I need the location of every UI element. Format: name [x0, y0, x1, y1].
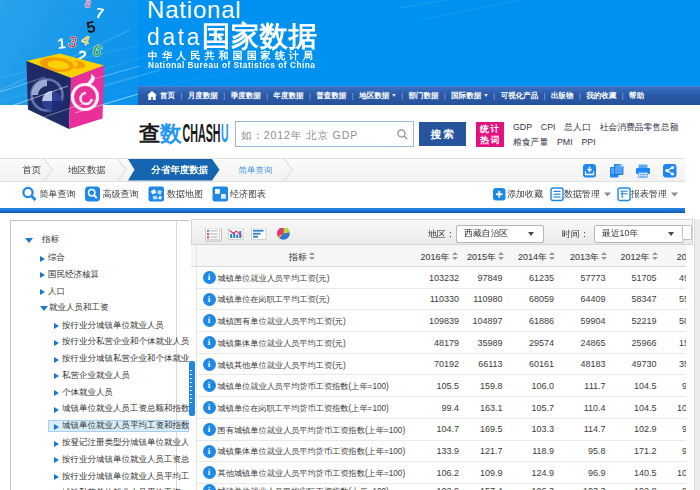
- svg-text:4: 4: [80, 32, 93, 49]
- svg-text:简单查询: 简单查询: [239, 165, 273, 175]
- svg-text:6: 6: [90, 40, 106, 61]
- svg-text:地区数据: 地区数据: [67, 164, 106, 175]
- svg-text:1: 1: [57, 35, 66, 52]
- svg-text:8: 8: [84, 0, 93, 10]
- svg-text:分省年度数据: 分省年度数据: [151, 164, 209, 175]
- svg-text:查: 查: [139, 122, 161, 146]
- svg-text:7: 7: [94, 5, 105, 22]
- svg-text:数: 数: [159, 122, 182, 146]
- svg-text:U: U: [221, 120, 229, 146]
- svg-text:CHASH: CHASH: [183, 120, 221, 146]
- svg-text:3: 3: [67, 32, 80, 51]
- svg-text:首页: 首页: [22, 164, 42, 175]
